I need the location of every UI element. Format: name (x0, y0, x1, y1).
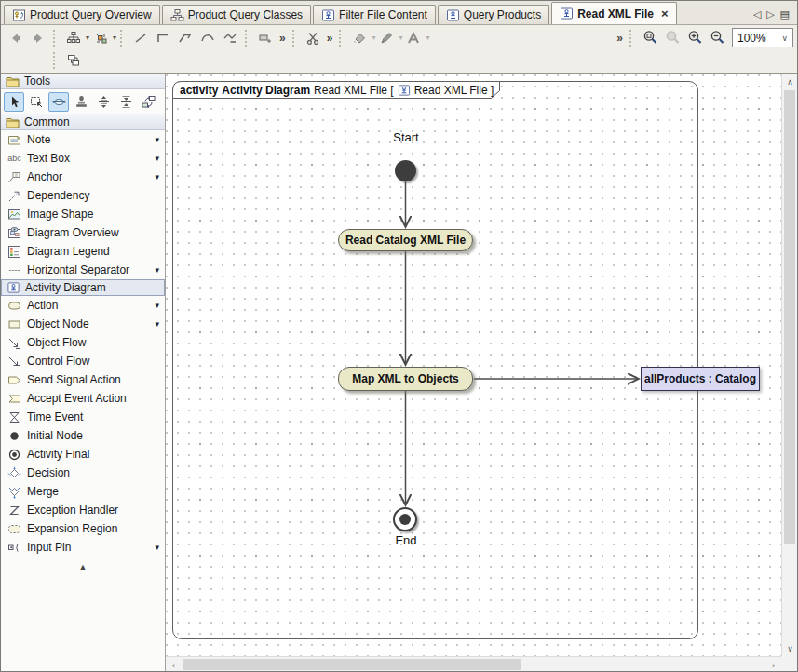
line-color-button[interactable] (375, 28, 398, 48)
marquee-select-tool-button[interactable] (26, 92, 47, 112)
action-map-xml-to-objects[interactable]: Map XML to Objects (338, 367, 473, 391)
palette-item-anchor[interactable]: Anchor ▾ (1, 168, 165, 186)
select-tool-button[interactable] (4, 92, 24, 112)
layout-button[interactable] (254, 28, 277, 48)
sticky-mode-tool-button[interactable] (71, 92, 91, 112)
tab-list-button[interactable]: ▤ (780, 8, 790, 20)
initial-node-icon (7, 429, 21, 443)
cut-button[interactable] (302, 28, 324, 48)
palette-item-decision[interactable]: Decision (1, 464, 165, 482)
scroll-right-icon[interactable]: › (765, 657, 781, 672)
palette-item-expansion-region[interactable]: Expansion Region (1, 519, 165, 538)
palette-item-dependency[interactable]: Dependency (1, 186, 165, 205)
pan-tool-button[interactable] (48, 92, 69, 112)
fill-color-button[interactable] (348, 28, 371, 48)
close-tab-icon[interactable]: × (661, 9, 669, 19)
diagram-canvas[interactable]: activity Activity Diagram Read XML File … (166, 74, 781, 656)
palette-item-input-pin[interactable]: Input Pin ▾ (1, 538, 165, 557)
object-node-allproducts-catalog[interactable]: allProducts : Catalog (641, 367, 760, 391)
chevron-down-icon[interactable]: ▾ (155, 543, 159, 552)
path-straight-button[interactable] (129, 28, 152, 48)
end-node-label: End (376, 533, 436, 547)
swap-elements-tool-button[interactable] (138, 92, 158, 112)
chevron-down-icon[interactable]: ▾ (155, 301, 159, 310)
add-related-elements-button[interactable] (89, 28, 112, 48)
palette-item-time-event[interactable]: Time Event (1, 408, 165, 426)
path-rectilinear-button[interactable] (152, 28, 174, 48)
palette-item-object-flow[interactable]: Object Flow (1, 333, 165, 352)
zoom-in-button[interactable] (683, 28, 706, 48)
tab-label: Product Query Classes (188, 8, 303, 21)
remove-breakpoints-button[interactable] (219, 28, 241, 48)
palette-item-send-signal-action[interactable]: Send Signal Action (1, 370, 165, 389)
vertical-scrollbar[interactable]: ∧ ∨ (781, 74, 797, 656)
activity-final-node[interactable] (393, 507, 417, 531)
palette-item-text-box[interactable]: abc Text Box ▾ (1, 149, 165, 168)
palette-item-object-node[interactable]: Object Node ▾ (1, 315, 165, 333)
chevron-down-icon[interactable]: ▾ (155, 154, 159, 163)
related-elements-button[interactable] (62, 50, 85, 71)
diagram-legend-icon (7, 245, 21, 259)
tab-filter-file-content[interactable]: Filter File Content (313, 5, 436, 24)
section-label: Tools (24, 74, 50, 87)
action-read-catalog-xml-file[interactable]: Read Catalog XML File (338, 229, 473, 251)
chevron-down-icon[interactable]: ▾ (113, 34, 116, 42)
zoom-level-select[interactable]: 100% ∨ (732, 28, 793, 47)
toolbar-overflow-icon[interactable]: » (277, 32, 289, 45)
palette-item-diagram-overview[interactable]: Diagram Overview (1, 223, 165, 242)
palette-item-horizontal-separator[interactable]: ---- Horizontal Separator ▾ (1, 261, 165, 279)
toolbar-separator (292, 30, 299, 47)
palette-section-activity-diagram[interactable]: Activity Diagram (1, 279, 165, 296)
palette-item-diagram-legend[interactable]: Diagram Legend (1, 242, 165, 261)
toolbar-overflow-icon[interactable]: » (324, 32, 336, 45)
path-bezier-button[interactable] (196, 28, 219, 48)
chevron-down-icon[interactable]: ▾ (155, 265, 159, 275)
horizontal-scrollbar-thumb[interactable] (183, 659, 521, 670)
tab-scroll-right-button[interactable]: ▷ (766, 8, 774, 20)
initial-node[interactable] (395, 160, 416, 181)
forward-button[interactable] (27, 28, 49, 48)
zoom-region-button[interactable] (639, 28, 661, 48)
font-button[interactable] (402, 28, 425, 48)
palette-section-tools[interactable]: Tools (1, 74, 165, 89)
palette-item-merge[interactable]: Merge (1, 482, 165, 501)
chevron-down-icon[interactable]: ▾ (155, 319, 159, 329)
note-icon (7, 133, 21, 147)
palette-item-note[interactable]: Note ▾ (1, 130, 165, 149)
remove-vertical-space-tool-button[interactable] (115, 92, 136, 112)
tab-product-query-classes[interactable]: Product Query Classes (162, 5, 311, 24)
chevron-down-icon[interactable]: ▾ (426, 34, 429, 42)
tab-product-query-overview[interactable]: Product Query Overview (4, 5, 160, 24)
palette-item-control-flow[interactable]: Control Flow (1, 352, 165, 370)
toolbar-overflow-icon[interactable]: » (614, 32, 626, 45)
chevron-down-icon[interactable]: ▾ (372, 34, 375, 42)
zoom-out-button[interactable] (706, 28, 728, 48)
insert-vertical-space-tool-button[interactable] (93, 92, 114, 112)
back-button[interactable] (5, 28, 27, 48)
palette-item-activity-final[interactable]: Activity Final (1, 445, 165, 464)
chevron-down-icon[interactable]: ▾ (155, 172, 159, 181)
horizontal-scrollbar[interactable]: ‹ › (166, 656, 781, 672)
containment-tree-button[interactable] (62, 28, 85, 48)
path-oblique-button[interactable] (174, 28, 196, 48)
palette-item-initial-node[interactable]: Initial Node (1, 426, 165, 445)
tab-scroll-left-button[interactable]: ◁ (753, 8, 761, 20)
chevron-down-icon[interactable]: ▾ (399, 34, 402, 42)
palette-scroll-up-button[interactable]: ▲ (1, 557, 165, 571)
palette-item-action[interactable]: Action ▾ (1, 296, 165, 315)
tab-read-xml-file[interactable]: Read XML File × (551, 2, 676, 24)
palette-item-exception-handler[interactable]: Exception Handler (1, 501, 165, 519)
palette-item-accept-event-action[interactable]: Accept Event Action (1, 389, 165, 408)
action-icon (7, 299, 21, 313)
tab-query-products[interactable]: Query Products (438, 5, 549, 24)
scroll-up-icon[interactable]: ∧ (782, 74, 798, 89)
start-node-label: Start (376, 130, 436, 144)
scroll-left-icon[interactable]: ‹ (166, 657, 182, 672)
zoom-fit-button[interactable] (661, 28, 683, 48)
palette-section-common[interactable]: Common (1, 114, 165, 130)
scroll-down-icon[interactable]: ∨ (782, 640, 798, 656)
vertical-scrollbar-thumb[interactable] (784, 90, 795, 544)
chevron-down-icon[interactable]: ▾ (155, 135, 159, 144)
toolbar-separator (245, 30, 251, 47)
palette-item-image-shape[interactable]: Image Shape (1, 205, 165, 223)
